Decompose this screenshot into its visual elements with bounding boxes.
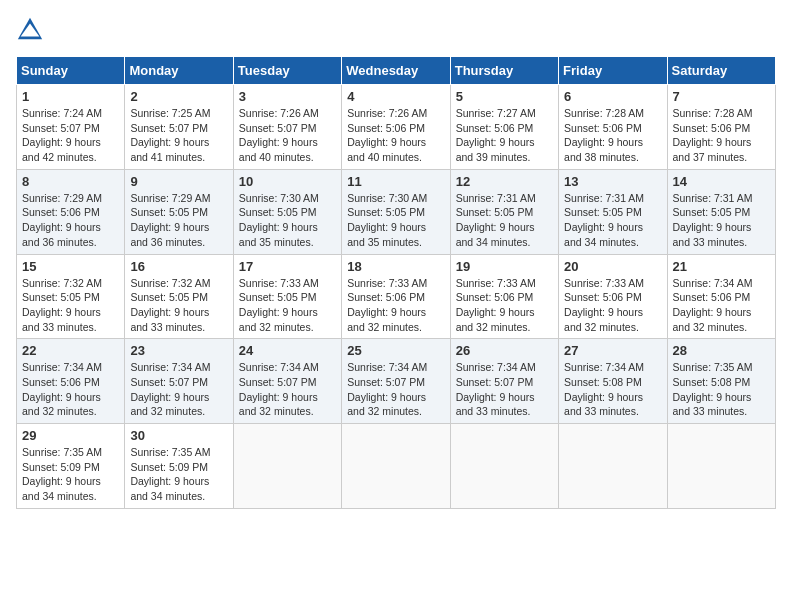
day-number: 21 bbox=[673, 259, 770, 274]
calendar-cell: 6 Sunrise: 7:28 AM Sunset: 5:06 PM Dayli… bbox=[559, 85, 667, 170]
calendar-cell: 2 Sunrise: 7:25 AM Sunset: 5:07 PM Dayli… bbox=[125, 85, 233, 170]
weekday-header-row: Sunday Monday Tuesday Wednesday Thursday… bbox=[17, 57, 776, 85]
day-number: 13 bbox=[564, 174, 661, 189]
day-info: Sunrise: 7:24 AM Sunset: 5:07 PM Dayligh… bbox=[22, 106, 119, 165]
calendar-cell: 18 Sunrise: 7:33 AM Sunset: 5:06 PM Dayl… bbox=[342, 254, 450, 339]
day-info: Sunrise: 7:33 AM Sunset: 5:05 PM Dayligh… bbox=[239, 276, 336, 335]
calendar-cell: 8 Sunrise: 7:29 AM Sunset: 5:06 PM Dayli… bbox=[17, 169, 125, 254]
day-info: Sunrise: 7:33 AM Sunset: 5:06 PM Dayligh… bbox=[347, 276, 444, 335]
day-number: 20 bbox=[564, 259, 661, 274]
header-thursday: Thursday bbox=[450, 57, 558, 85]
calendar-cell: 7 Sunrise: 7:28 AM Sunset: 5:06 PM Dayli… bbox=[667, 85, 775, 170]
day-number: 5 bbox=[456, 89, 553, 104]
calendar-week-row: 8 Sunrise: 7:29 AM Sunset: 5:06 PM Dayli… bbox=[17, 169, 776, 254]
logo-icon bbox=[16, 16, 44, 44]
calendar-cell bbox=[559, 424, 667, 509]
header-sunday: Sunday bbox=[17, 57, 125, 85]
day-number: 7 bbox=[673, 89, 770, 104]
calendar-cell: 28 Sunrise: 7:35 AM Sunset: 5:08 PM Dayl… bbox=[667, 339, 775, 424]
day-info: Sunrise: 7:34 AM Sunset: 5:07 PM Dayligh… bbox=[239, 360, 336, 419]
day-number: 9 bbox=[130, 174, 227, 189]
day-number: 30 bbox=[130, 428, 227, 443]
day-number: 19 bbox=[456, 259, 553, 274]
day-info: Sunrise: 7:33 AM Sunset: 5:06 PM Dayligh… bbox=[456, 276, 553, 335]
calendar-cell: 25 Sunrise: 7:34 AM Sunset: 5:07 PM Dayl… bbox=[342, 339, 450, 424]
calendar-table: Sunday Monday Tuesday Wednesday Thursday… bbox=[16, 56, 776, 509]
day-info: Sunrise: 7:26 AM Sunset: 5:06 PM Dayligh… bbox=[347, 106, 444, 165]
day-number: 11 bbox=[347, 174, 444, 189]
calendar-cell: 30 Sunrise: 7:35 AM Sunset: 5:09 PM Dayl… bbox=[125, 424, 233, 509]
day-number: 28 bbox=[673, 343, 770, 358]
day-info: Sunrise: 7:32 AM Sunset: 5:05 PM Dayligh… bbox=[22, 276, 119, 335]
header-monday: Monday bbox=[125, 57, 233, 85]
day-number: 23 bbox=[130, 343, 227, 358]
day-number: 18 bbox=[347, 259, 444, 274]
calendar-cell: 19 Sunrise: 7:33 AM Sunset: 5:06 PM Dayl… bbox=[450, 254, 558, 339]
calendar-cell: 1 Sunrise: 7:24 AM Sunset: 5:07 PM Dayli… bbox=[17, 85, 125, 170]
day-number: 14 bbox=[673, 174, 770, 189]
calendar-week-row: 15 Sunrise: 7:32 AM Sunset: 5:05 PM Dayl… bbox=[17, 254, 776, 339]
calendar-cell: 11 Sunrise: 7:30 AM Sunset: 5:05 PM Dayl… bbox=[342, 169, 450, 254]
day-info: Sunrise: 7:27 AM Sunset: 5:06 PM Dayligh… bbox=[456, 106, 553, 165]
calendar-cell: 27 Sunrise: 7:34 AM Sunset: 5:08 PM Dayl… bbox=[559, 339, 667, 424]
day-number: 4 bbox=[347, 89, 444, 104]
calendar-cell: 4 Sunrise: 7:26 AM Sunset: 5:06 PM Dayli… bbox=[342, 85, 450, 170]
day-info: Sunrise: 7:34 AM Sunset: 5:06 PM Dayligh… bbox=[673, 276, 770, 335]
day-number: 26 bbox=[456, 343, 553, 358]
day-info: Sunrise: 7:26 AM Sunset: 5:07 PM Dayligh… bbox=[239, 106, 336, 165]
day-info: Sunrise: 7:31 AM Sunset: 5:05 PM Dayligh… bbox=[673, 191, 770, 250]
day-info: Sunrise: 7:30 AM Sunset: 5:05 PM Dayligh… bbox=[347, 191, 444, 250]
day-info: Sunrise: 7:34 AM Sunset: 5:07 PM Dayligh… bbox=[347, 360, 444, 419]
calendar-cell bbox=[342, 424, 450, 509]
header-tuesday: Tuesday bbox=[233, 57, 341, 85]
day-number: 27 bbox=[564, 343, 661, 358]
day-info: Sunrise: 7:33 AM Sunset: 5:06 PM Dayligh… bbox=[564, 276, 661, 335]
calendar-cell: 20 Sunrise: 7:33 AM Sunset: 5:06 PM Dayl… bbox=[559, 254, 667, 339]
day-number: 1 bbox=[22, 89, 119, 104]
calendar-cell: 24 Sunrise: 7:34 AM Sunset: 5:07 PM Dayl… bbox=[233, 339, 341, 424]
day-info: Sunrise: 7:28 AM Sunset: 5:06 PM Dayligh… bbox=[673, 106, 770, 165]
day-info: Sunrise: 7:31 AM Sunset: 5:05 PM Dayligh… bbox=[564, 191, 661, 250]
day-number: 2 bbox=[130, 89, 227, 104]
calendar-cell: 3 Sunrise: 7:26 AM Sunset: 5:07 PM Dayli… bbox=[233, 85, 341, 170]
day-info: Sunrise: 7:29 AM Sunset: 5:05 PM Dayligh… bbox=[130, 191, 227, 250]
header-saturday: Saturday bbox=[667, 57, 775, 85]
day-number: 16 bbox=[130, 259, 227, 274]
day-info: Sunrise: 7:35 AM Sunset: 5:08 PM Dayligh… bbox=[673, 360, 770, 419]
day-number: 22 bbox=[22, 343, 119, 358]
day-info: Sunrise: 7:34 AM Sunset: 5:07 PM Dayligh… bbox=[456, 360, 553, 419]
calendar-cell bbox=[667, 424, 775, 509]
day-info: Sunrise: 7:34 AM Sunset: 5:08 PM Dayligh… bbox=[564, 360, 661, 419]
day-info: Sunrise: 7:35 AM Sunset: 5:09 PM Dayligh… bbox=[130, 445, 227, 504]
calendar-cell: 16 Sunrise: 7:32 AM Sunset: 5:05 PM Dayl… bbox=[125, 254, 233, 339]
day-info: Sunrise: 7:31 AM Sunset: 5:05 PM Dayligh… bbox=[456, 191, 553, 250]
day-number: 24 bbox=[239, 343, 336, 358]
calendar-cell: 17 Sunrise: 7:33 AM Sunset: 5:05 PM Dayl… bbox=[233, 254, 341, 339]
calendar-cell: 13 Sunrise: 7:31 AM Sunset: 5:05 PM Dayl… bbox=[559, 169, 667, 254]
header-friday: Friday bbox=[559, 57, 667, 85]
day-info: Sunrise: 7:34 AM Sunset: 5:07 PM Dayligh… bbox=[130, 360, 227, 419]
header bbox=[16, 16, 776, 44]
calendar-cell: 26 Sunrise: 7:34 AM Sunset: 5:07 PM Dayl… bbox=[450, 339, 558, 424]
day-number: 10 bbox=[239, 174, 336, 189]
calendar-cell bbox=[233, 424, 341, 509]
day-info: Sunrise: 7:34 AM Sunset: 5:06 PM Dayligh… bbox=[22, 360, 119, 419]
calendar-week-row: 1 Sunrise: 7:24 AM Sunset: 5:07 PM Dayli… bbox=[17, 85, 776, 170]
calendar-cell: 15 Sunrise: 7:32 AM Sunset: 5:05 PM Dayl… bbox=[17, 254, 125, 339]
calendar-cell: 23 Sunrise: 7:34 AM Sunset: 5:07 PM Dayl… bbox=[125, 339, 233, 424]
calendar-cell: 9 Sunrise: 7:29 AM Sunset: 5:05 PM Dayli… bbox=[125, 169, 233, 254]
day-number: 6 bbox=[564, 89, 661, 104]
day-info: Sunrise: 7:35 AM Sunset: 5:09 PM Dayligh… bbox=[22, 445, 119, 504]
day-info: Sunrise: 7:30 AM Sunset: 5:05 PM Dayligh… bbox=[239, 191, 336, 250]
calendar-cell bbox=[450, 424, 558, 509]
day-number: 8 bbox=[22, 174, 119, 189]
calendar-week-row: 22 Sunrise: 7:34 AM Sunset: 5:06 PM Dayl… bbox=[17, 339, 776, 424]
calendar-cell: 29 Sunrise: 7:35 AM Sunset: 5:09 PM Dayl… bbox=[17, 424, 125, 509]
day-number: 25 bbox=[347, 343, 444, 358]
calendar-cell: 21 Sunrise: 7:34 AM Sunset: 5:06 PM Dayl… bbox=[667, 254, 775, 339]
day-info: Sunrise: 7:28 AM Sunset: 5:06 PM Dayligh… bbox=[564, 106, 661, 165]
calendar-week-row: 29 Sunrise: 7:35 AM Sunset: 5:09 PM Dayl… bbox=[17, 424, 776, 509]
header-wednesday: Wednesday bbox=[342, 57, 450, 85]
day-number: 17 bbox=[239, 259, 336, 274]
calendar-cell: 10 Sunrise: 7:30 AM Sunset: 5:05 PM Dayl… bbox=[233, 169, 341, 254]
